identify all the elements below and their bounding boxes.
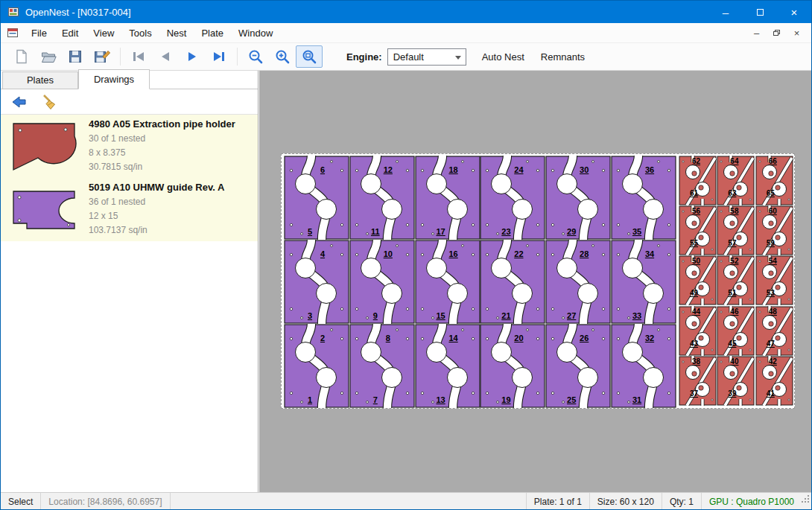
next-plate-button[interactable] [179,45,206,68]
nest-part-pair[interactable]: 2019 [480,324,545,408]
save-button[interactable] [62,45,89,68]
parts-panel: Plates Drawings 4980 A05 Extraction pipe… [1,71,258,492]
part-number: 7 [343,395,408,404]
minimize-button[interactable]: – [708,1,743,23]
part-number: 27 [539,311,604,320]
nest-part-pair[interactable]: 87 [349,324,415,408]
nest-canvas[interactable]: 6512111817242330293635431091615222128273… [259,71,812,492]
nest-part-pair[interactable]: 4443 [679,306,717,356]
menu-edit[interactable]: Edit [54,24,86,42]
maximize-button[interactable] [743,1,777,23]
nest-part-pair[interactable]: 65 [284,156,349,240]
first-plate-button[interactable] [125,45,152,68]
window-title: OpenNest - [N0317-004] [25,7,708,18]
nest-plate[interactable]: 6512111817242330293635431091615222128273… [281,153,795,409]
nest-part-pair[interactable]: 4847 [755,306,793,356]
part-number: 54 [754,257,792,265]
nest-part-pair[interactable]: 21 [284,324,349,408]
menu-tools[interactable]: Tools [121,24,159,42]
status-location: Location: [84.8696, 60.6957] [41,493,170,510]
part-number: 14 [421,334,486,342]
new-button[interactable] [8,45,35,68]
nest-part-pair[interactable]: 3029 [545,156,611,240]
menu-file[interactable]: File [24,24,54,42]
part-number: 19 [473,395,539,404]
drawing-list-item[interactable]: 4980 A05 Extraction pipe holder 30 of 1 … [1,115,258,178]
nest-part-pair[interactable]: 3231 [611,324,676,408]
part-number: 28 [551,249,617,258]
previous-arrow-icon [157,48,174,65]
part-number: 58 [715,207,753,215]
save-as-button[interactable] [89,45,115,68]
nest-part-pair[interactable]: 3433 [611,240,676,324]
part-area: 103.7137 sq/in [89,223,224,238]
part-number: 33 [604,311,670,320]
menu-nest[interactable]: Nest [159,24,194,42]
part-number: 17 [408,227,474,236]
clear-button[interactable] [38,92,60,112]
red-part-shape [10,121,77,173]
open-button[interactable] [35,45,62,68]
nest-part-pair[interactable]: 1211 [349,156,415,240]
part-number: 61 [675,189,713,197]
mdi-window-controls: – × [746,25,811,40]
nest-part-pair[interactable]: 4039 [717,356,755,406]
close-button[interactable]: × [777,1,811,23]
tab-plates[interactable]: Plates [2,71,78,89]
part-number: 20 [486,334,551,342]
nest-part-pair[interactable]: 6059 [755,205,793,255]
nest-part-pair[interactable]: 4645 [717,306,755,356]
part-size: 8 x 8.375 [89,146,235,160]
nest-part-pair[interactable]: 3837 [679,356,717,406]
menu-view[interactable]: View [86,24,121,42]
nest-part-pair[interactable]: 6665 [755,156,793,205]
nest-part-pair[interactable]: 6463 [717,156,755,205]
part-title: 4980 A05 Extraction pipe holder [89,118,235,130]
nest-part-pair[interactable]: 43 [284,240,349,324]
title-bar[interactable]: OpenNest - [N0317-004] – × [1,1,811,23]
remnants-button[interactable]: Remnants [533,47,593,67]
nest-part-pair[interactable]: 2625 [545,324,611,408]
zoom-fit-icon [301,48,317,65]
nest-part-pair[interactable]: 3635 [611,156,676,240]
auto-nest-button[interactable]: Auto Nest [474,47,533,67]
part-number: 1 [277,395,343,404]
nest-part-pair[interactable]: 5049 [679,255,717,305]
resize-grip[interactable] [802,501,809,509]
part-number: 55 [675,239,713,247]
nest-part-pair[interactable]: 5251 [717,255,755,305]
nest-part-pair[interactable]: 5453 [755,255,793,305]
drawing-list-item[interactable]: 5019 A10 UHMW guide Rev. A 36 of 1 neste… [1,178,258,241]
nest-part-pair[interactable]: 2827 [545,240,611,324]
nest-part-pair[interactable]: 109 [349,240,415,324]
engine-select[interactable]: Default [387,48,466,66]
mdi-minimize-button[interactable]: – [746,25,767,40]
nest-part-pair[interactable]: 5857 [717,205,755,255]
menu-window[interactable]: Window [231,24,280,42]
part-number: 21 [473,311,539,320]
last-plate-button[interactable] [206,45,232,68]
nest-part-pair[interactable]: 5655 [679,205,717,255]
part-number: 5 [277,227,343,236]
part-thumbnail [7,188,81,232]
nest-part-pair[interactable]: 1615 [415,240,480,324]
nest-part-pair[interactable]: 2221 [480,240,545,324]
menu-plate[interactable]: Plate [194,24,231,42]
mdi-close-button[interactable]: × [787,25,807,40]
chevron-down-icon [455,56,461,60]
zoom-out-button[interactable] [242,45,269,68]
move-back-button[interactable] [8,92,31,112]
previous-plate-button[interactable] [152,45,179,68]
part-number: 31 [604,395,670,404]
back-arrow-icon [10,94,28,110]
zoom-fit-button[interactable] [296,45,323,68]
nest-part-pair[interactable]: 2423 [480,156,545,240]
nest-part-pair[interactable]: 4241 [755,356,793,406]
mdi-restore-button[interactable] [767,25,787,40]
document-icon[interactable] [7,27,19,39]
nest-part-pair[interactable]: 1817 [415,156,480,240]
tab-drawings[interactable]: Drawings [78,69,150,89]
zoom-in-button[interactable] [269,45,296,68]
nest-part-pair[interactable]: 6261 [679,156,717,205]
nest-part-pair[interactable]: 1413 [415,324,480,408]
